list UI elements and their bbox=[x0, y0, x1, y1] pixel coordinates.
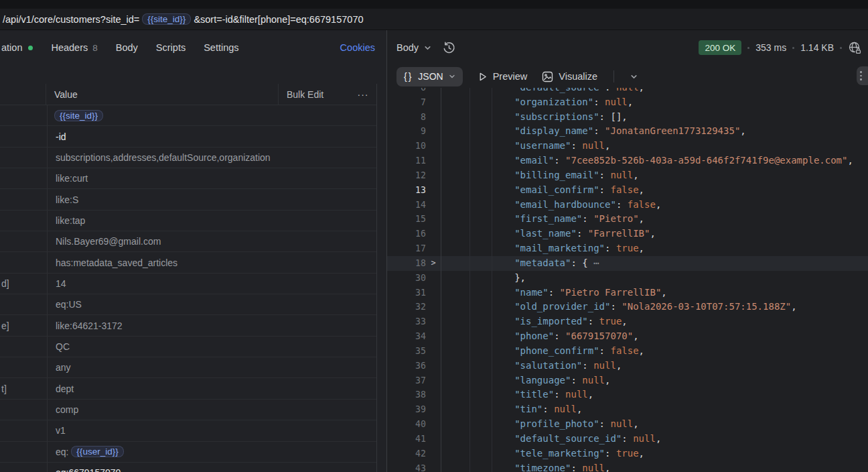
fold-gutter bbox=[426, 168, 441, 183]
line-number: 31 bbox=[387, 286, 426, 300]
param-name-fragment[interactable] bbox=[0, 126, 48, 146]
param-row[interactable]: like:tap bbox=[0, 211, 376, 231]
code-line: 32 "old_provider_id": "Nola2026-03-10T07… bbox=[387, 300, 868, 314]
chevron-down-icon bbox=[449, 73, 455, 80]
param-row[interactable]: Nils.Bayer69@gmail.com bbox=[0, 231, 376, 252]
param-name-fragment[interactable] bbox=[0, 231, 48, 251]
param-name-fragment[interactable] bbox=[0, 211, 48, 231]
bulk-edit-button[interactable]: Bulk Edit bbox=[278, 84, 350, 105]
url-prefix: /api/v1/core/customers?site_id= bbox=[3, 14, 139, 25]
param-name-fragment[interactable]: d] bbox=[0, 274, 48, 294]
response-body-select[interactable]: Body bbox=[396, 42, 431, 53]
param-name-fragment[interactable]: t] bbox=[0, 378, 48, 398]
param-value[interactable]: eq:US bbox=[48, 299, 376, 310]
param-value[interactable]: like:S bbox=[48, 194, 376, 205]
site-id-variable-pill[interactable]: {{site_id}} bbox=[142, 13, 191, 25]
line-number: 30 bbox=[387, 271, 426, 286]
param-row[interactable]: e]like:64621-3172 bbox=[0, 315, 376, 336]
code-line: 37 "language": null, bbox=[387, 373, 868, 388]
fold-gutter bbox=[426, 344, 441, 359]
param-value[interactable]: like:curt bbox=[48, 173, 376, 184]
param-name-fragment[interactable] bbox=[0, 442, 48, 462]
param-row[interactable]: {{site_id}} bbox=[0, 105, 376, 126]
param-value[interactable]: -id bbox=[48, 131, 376, 142]
response-history-button[interactable] bbox=[442, 41, 456, 55]
preview-tab-button[interactable]: Preview bbox=[478, 71, 528, 82]
tab-settings[interactable]: Settings bbox=[204, 42, 238, 53]
param-name-fragment[interactable] bbox=[0, 420, 48, 440]
param-value[interactable]: {{site_id}} bbox=[48, 110, 376, 121]
param-value[interactable]: eq: {{user_id}} bbox=[48, 446, 376, 457]
code-line: 40 "profile_photo": null, bbox=[387, 417, 868, 432]
line-number: 41 bbox=[387, 432, 426, 447]
param-name-fragment[interactable] bbox=[0, 400, 48, 420]
param-row[interactable]: v1 bbox=[0, 420, 376, 441]
param-name-fragment[interactable] bbox=[0, 294, 48, 314]
code-line: 41 "default_source_id": null, bbox=[387, 432, 868, 447]
fold-gutter bbox=[426, 95, 441, 110]
code-line: 39 "tin": null, bbox=[387, 402, 868, 417]
param-value[interactable]: has:metadata_saved_articles bbox=[48, 257, 376, 268]
param-value[interactable]: 14 bbox=[48, 278, 376, 289]
tab-body[interactable]: Body bbox=[116, 42, 138, 53]
line-number: 11 bbox=[387, 154, 426, 168]
param-name-fragment[interactable] bbox=[0, 337, 48, 357]
param-value[interactable]: Nils.Bayer69@gmail.com bbox=[48, 236, 376, 247]
line-number: 17 bbox=[387, 241, 426, 256]
param-name-fragment[interactable] bbox=[0, 252, 48, 272]
more-options-button[interactable]: ··· bbox=[350, 89, 376, 100]
param-value[interactable]: dept bbox=[48, 384, 376, 394]
status-badge: 200 OK bbox=[699, 40, 741, 55]
param-name-fragment[interactable] bbox=[0, 148, 48, 168]
json-tab-button[interactable]: {} JSON bbox=[396, 67, 463, 86]
response-toolbar: {} JSON Preview Visualize bbox=[387, 65, 868, 88]
param-value[interactable]: comp bbox=[48, 404, 376, 415]
param-row[interactable]: comp bbox=[0, 400, 376, 420]
param-row[interactable]: QC bbox=[0, 337, 376, 357]
param-value[interactable]: QC bbox=[48, 341, 376, 352]
param-row[interactable]: eq: {{user_id}} bbox=[0, 442, 376, 463]
line-number: 12 bbox=[387, 168, 426, 183]
template-variable-pill[interactable]: {{user_id}} bbox=[71, 446, 123, 457]
param-row[interactable]: like:curt bbox=[0, 168, 376, 189]
param-row[interactable]: eq:6679157070 bbox=[0, 463, 376, 472]
fold-chevron-icon[interactable]: > bbox=[426, 256, 441, 271]
visualize-tab-button[interactable]: Visualize bbox=[542, 71, 597, 82]
param-row[interactable]: eq:US bbox=[0, 294, 376, 315]
code-line: 16 "last_name": "FarrellIB", bbox=[387, 227, 868, 241]
param-name-fragment[interactable] bbox=[0, 357, 48, 377]
param-value[interactable]: like:64621-3172 bbox=[48, 320, 376, 331]
param-name-fragment[interactable] bbox=[0, 105, 48, 125]
tab-authentication-partial[interactable]: ation bbox=[1, 42, 33, 53]
template-variable-pill[interactable]: {{site_id}} bbox=[54, 110, 103, 121]
param-row[interactable]: like:S bbox=[0, 189, 376, 210]
code-line: 38 "title": null, bbox=[387, 388, 868, 402]
param-value[interactable]: like:tap bbox=[48, 215, 376, 226]
url-input[interactable]: /api/v1/core/customers?site_id= {{site_i… bbox=[0, 9, 868, 30]
code-line: 18> "metadata": { ⋯ bbox=[387, 256, 868, 271]
code-line: 30 }, bbox=[387, 271, 868, 286]
param-row[interactable]: has:metadata_saved_articles bbox=[0, 252, 376, 273]
param-name-fragment[interactable] bbox=[0, 168, 48, 188]
param-value[interactable]: any bbox=[48, 362, 376, 373]
param-value[interactable]: subscriptions,addresses,defaultSource,or… bbox=[48, 152, 376, 163]
tab-scripts[interactable]: Scripts bbox=[156, 42, 186, 53]
cookies-link[interactable]: Cookies bbox=[340, 42, 375, 53]
param-row[interactable]: -id bbox=[0, 126, 376, 147]
param-row[interactable]: subscriptions,addresses,defaultSource,or… bbox=[0, 148, 376, 168]
param-row[interactable]: d]14 bbox=[0, 274, 376, 294]
param-value[interactable]: v1 bbox=[48, 425, 376, 436]
visualize-chevron-button[interactable] bbox=[630, 73, 638, 80]
line-number: 18 bbox=[387, 256, 426, 271]
param-name-fragment[interactable] bbox=[0, 189, 48, 209]
param-name-fragment[interactable] bbox=[0, 463, 48, 472]
tab-headers[interactable]: Headers 8 bbox=[51, 42, 97, 53]
edge-cut-button[interactable] bbox=[857, 66, 868, 85]
param-name-fragment[interactable]: e] bbox=[0, 315, 48, 335]
code-viewer[interactable]: 6 "default_source": null,7 "organization… bbox=[387, 88, 868, 472]
param-row[interactable]: any bbox=[0, 357, 376, 378]
param-row[interactable]: t]dept bbox=[0, 378, 376, 399]
param-value[interactable]: eq:6679157070 bbox=[48, 467, 376, 472]
line-number: 42 bbox=[387, 447, 426, 461]
globe-lock-icon[interactable] bbox=[848, 41, 861, 54]
